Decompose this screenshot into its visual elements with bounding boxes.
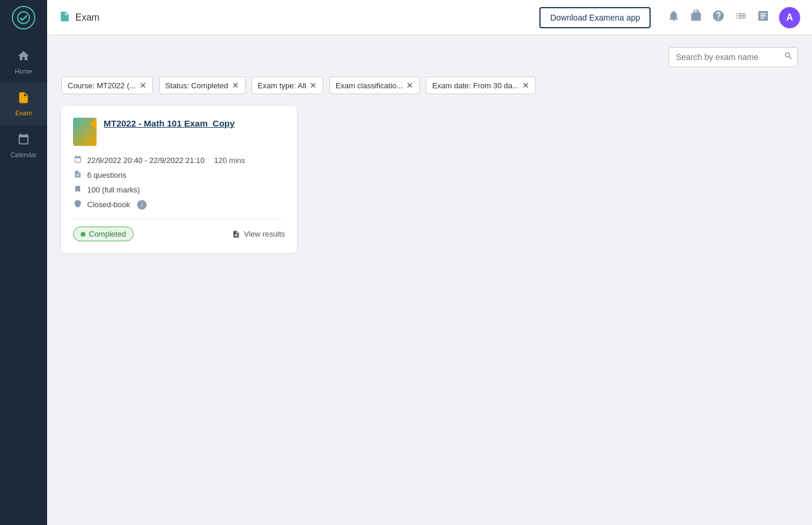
filter-status-label: Status: Completed (165, 81, 228, 90)
view-results-label: View results (244, 230, 285, 238)
logo-icon (12, 6, 35, 29)
marks-icon (73, 185, 82, 195)
search-row (61, 47, 798, 67)
exam-book-type-row: Closed-book i (73, 200, 285, 210)
filter-classification-label: Exam classificatio... (336, 81, 403, 90)
filter-course-clear[interactable]: ✕ (140, 81, 147, 90)
questions-icon (73, 170, 82, 180)
exam-title[interactable]: MT2022 - Math 101 Exam_Copy (104, 118, 235, 129)
filter-course-label: Course: MT2022 (... (68, 81, 136, 90)
exam-marks-row: 100 (full marks) (73, 185, 285, 195)
card-footer: Completed View results (73, 219, 285, 241)
exam-date: 22/9/2022 20:40 - 22/9/2022 21:10 (87, 156, 205, 165)
exam-label: Exam (15, 109, 32, 117)
page-icon (59, 11, 71, 25)
sidebar-item-calendar[interactable]: Calendar (0, 125, 47, 167)
list-icon[interactable] (734, 9, 747, 25)
sidebar-logo (0, 0, 47, 35)
status-dot (81, 232, 85, 237)
user-avatar[interactable]: A (779, 7, 800, 28)
topbar: Exam Download Examena app (47, 0, 812, 35)
exam-details: 22/9/2022 20:40 - 22/9/2022 21:10 120 mi… (73, 155, 285, 210)
help-icon[interactable] (712, 9, 725, 25)
sidebar-navigation: Home Exam Calendar (0, 41, 47, 167)
date-icon (73, 155, 82, 165)
filter-exam-type-label: Exam type: All (258, 81, 306, 90)
svg-point-0 (18, 12, 29, 24)
filter-exam-type-clear[interactable]: ✕ (310, 81, 317, 90)
filter-exam-type[interactable]: Exam type: All ✕ (251, 77, 323, 94)
search-icon (784, 51, 793, 63)
briefcase-icon[interactable] (690, 9, 702, 25)
home-label: Home (15, 68, 32, 75)
search-box[interactable] (668, 47, 798, 67)
exam-date-row: 22/9/2022 20:40 - 22/9/2022 21:10 120 mi… (73, 155, 285, 165)
filter-classification[interactable]: Exam classificatio... ✕ (329, 77, 420, 94)
main-content: Exam Download Examena app (47, 0, 812, 525)
book-icon (73, 200, 82, 210)
exam-book-type: Closed-book (87, 200, 130, 209)
filter-date-label: Exam date: From 30 da... (432, 81, 519, 90)
filter-course[interactable]: Course: MT2022 (... ✕ (61, 77, 153, 94)
notification-icon[interactable] (667, 9, 680, 25)
exam-card-header: MT2022 - Math 101 Exam_Copy (73, 118, 285, 146)
page-title-area: Exam (59, 11, 100, 25)
info-icon[interactable]: i (137, 200, 147, 210)
view-results-button[interactable]: View results (232, 230, 285, 238)
sidebar-item-exam[interactable]: Exam (0, 83, 47, 125)
document-icon[interactable] (757, 9, 770, 25)
topbar-icons: A (667, 7, 800, 28)
exam-questions: 6 questions (87, 171, 127, 180)
filter-status-clear[interactable]: ✕ (232, 81, 239, 90)
sidebar: Home Exam Calendar (0, 0, 47, 525)
sidebar-item-home[interactable]: Home (0, 41, 47, 83)
exam-duration: 120 mins (214, 156, 246, 165)
filter-classification-clear[interactable]: ✕ (406, 81, 413, 90)
home-icon (17, 49, 30, 65)
content-area: Course: MT2022 (... ✕ Status: Completed … (47, 35, 812, 525)
status-label: Completed (89, 230, 126, 238)
calendar-label: Calendar (11, 151, 37, 158)
exam-card: MT2022 - Math 101 Exam_Copy 22/9/2022 20… (61, 106, 297, 253)
exam-questions-row: 6 questions (73, 170, 285, 180)
filter-date-clear[interactable]: ✕ (522, 81, 529, 90)
filter-status[interactable]: Status: Completed ✕ (159, 77, 246, 94)
page-title: Exam (75, 12, 100, 23)
exam-icon (17, 91, 30, 107)
status-badge: Completed (73, 227, 134, 241)
filters-row: Course: MT2022 (... ✕ Status: Completed … (61, 77, 798, 94)
exam-marks: 100 (full marks) (87, 185, 140, 194)
calendar-icon (17, 133, 30, 149)
exam-thumbnail (73, 118, 97, 146)
search-input[interactable] (676, 52, 779, 62)
filter-date[interactable]: Exam date: From 30 da... ✕ (426, 77, 536, 94)
download-button[interactable]: Download Examena app (539, 7, 651, 28)
